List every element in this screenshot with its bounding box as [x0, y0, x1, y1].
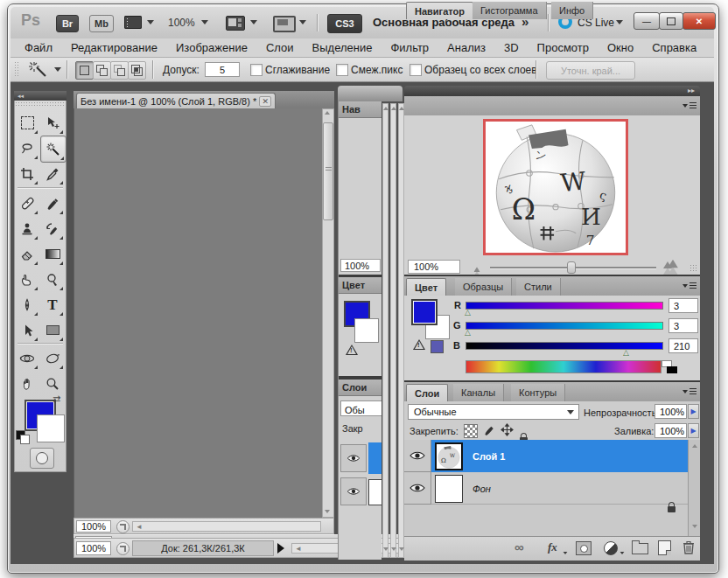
link-layers-icon[interactable]: ∞: [514, 540, 524, 554]
ghost-background-swatch[interactable]: [354, 318, 379, 343]
selection-mode-subtract-button[interactable]: [110, 61, 129, 80]
lasso-tool-icon[interactable]: [15, 136, 39, 161]
navigator-resize-grip[interactable]: [690, 264, 697, 272]
navigator-panel-menu-icon[interactable]: [682, 101, 696, 110]
spectrum-black-swatch[interactable]: [667, 366, 677, 373]
dodge-tool-icon[interactable]: [40, 267, 65, 292]
mini-bridge-button[interactable]: Mb: [89, 15, 114, 32]
fill-spinner[interactable]: ▶: [688, 423, 699, 438]
bridge-button[interactable]: Br: [56, 15, 79, 32]
navigator-zoom-slider-thumb[interactable]: [567, 261, 576, 274]
ghost-gamut-warning-icon[interactable]: [346, 345, 358, 355]
3d-rotate-tool-icon[interactable]: [15, 345, 39, 371]
tab-navigator[interactable]: Навигатор: [406, 2, 473, 19]
eyedropper-tool-icon[interactable]: [40, 161, 65, 186]
tab-swatches[interactable]: Образцы: [455, 278, 512, 296]
tab-styles[interactable]: Стили: [516, 278, 561, 296]
document-tab-close-icon[interactable]: ✕: [259, 96, 271, 107]
tab-color[interactable]: Цвет: [406, 278, 446, 296]
new-group-folder-icon[interactable]: [632, 543, 648, 554]
ghost-blend-dropdown[interactable]: Обы: [340, 400, 382, 416]
pen-tool-icon[interactable]: [15, 292, 39, 317]
ghost-navigator-tab[interactable]: Нав: [342, 104, 360, 115]
zoom-level-control[interactable]: 100%: [168, 17, 195, 29]
menu-help[interactable]: Справка: [652, 41, 696, 54]
add-layer-mask-icon[interactable]: [576, 541, 592, 555]
navigator-zoom-field[interactable]: 100%: [408, 260, 460, 274]
menu-window[interactable]: Окно: [607, 41, 634, 54]
crop-tool-icon[interactable]: [15, 161, 39, 186]
channel-g-thumb[interactable]: △: [465, 328, 471, 337]
layer-1-thumbnail[interactable]: ΩW: [435, 442, 463, 470]
eraser-tool-icon[interactable]: [15, 241, 39, 267]
channel-r-slider[interactable]: [466, 302, 663, 310]
gamut-warning-icon[interactable]: [413, 339, 425, 350]
status-preview-icon[interactable]: [116, 520, 130, 533]
ghost-scroll-strip-1[interactable]: [382, 103, 388, 558]
default-colors-icon-bg[interactable]: [20, 435, 30, 444]
arrange-documents-icon[interactable]: [226, 16, 245, 31]
tab-layers[interactable]: Слои: [406, 384, 448, 401]
refine-edge-button[interactable]: Уточн. край...: [546, 61, 635, 80]
channel-r-thumb[interactable]: △: [465, 308, 471, 317]
menu-select[interactable]: Выделение: [312, 41, 373, 54]
magic-wand-tool-icon[interactable]: [40, 136, 66, 163]
layer-row-2[interactable]: [431, 472, 688, 505]
layer-1-visibility-toggle[interactable]: [404, 440, 431, 472]
magic-wand-preset-icon[interactable]: [26, 60, 49, 79]
color-foreground-swatch[interactable]: [411, 299, 438, 325]
channel-g-slider[interactable]: [466, 322, 663, 330]
minimize-button[interactable]: —: [634, 12, 660, 30]
delete-layer-trash-icon[interactable]: [682, 540, 695, 554]
color-panel-menu-icon[interactable]: [682, 282, 696, 290]
adjustment-layer-icon[interactable]: [604, 541, 618, 555]
title-bar[interactable]: Ps Br Mb 100% CS3 Основная рабочая среда…: [10, 7, 714, 38]
gradient-tool-icon[interactable]: [40, 241, 65, 267]
brush-tool-icon[interactable]: [40, 191, 65, 216]
menu-filter[interactable]: Фильтр: [390, 41, 429, 54]
tab-paths[interactable]: Контуры: [511, 384, 565, 401]
ghost-zoom-field[interactable]: 100%: [340, 259, 381, 272]
scrollbar-up-arrow[interactable]: [325, 111, 330, 115]
status-zoom-field-2[interactable]: 100%: [76, 541, 111, 555]
arrange-documents-caret[interactable]: [250, 20, 257, 24]
new-layer-icon[interactable]: [658, 540, 671, 555]
canvas[interactable]: [74, 108, 322, 518]
layers-panel-menu-icon[interactable]: [682, 387, 696, 396]
selection-mode-new-button[interactable]: [75, 61, 94, 80]
navigator-view-box[interactable]: Ω W И ϗ ς 7 ン: [483, 119, 628, 255]
menu-3d[interactable]: 3D: [504, 41, 519, 54]
lock-transparency-icon[interactable]: [464, 424, 478, 438]
smudge-tool-icon[interactable]: [15, 267, 39, 292]
layer-2-name[interactable]: Фон: [472, 484, 491, 494]
zoom-tool-icon[interactable]: [40, 371, 65, 396]
view-extras-caret[interactable]: [147, 20, 154, 24]
scrollbar-down-arrow[interactable]: [325, 510, 330, 513]
background-color-swatch[interactable]: [37, 414, 65, 442]
tool-preset-caret[interactable]: [54, 67, 61, 72]
quick-mask-button[interactable]: [30, 448, 54, 469]
restore-button[interactable]: [659, 12, 683, 30]
ghost-eye-2[interactable]: [340, 477, 367, 505]
dock-collapse-icon[interactable]: ▸▸: [688, 87, 695, 94]
swap-colors-icon[interactable]: ⇄: [52, 393, 60, 405]
tab-channels[interactable]: Каналы: [453, 384, 504, 401]
antialias-checkbox[interactable]: [250, 64, 262, 76]
hand-tool-icon[interactable]: [15, 371, 39, 396]
fill-value[interactable]: 100%: [654, 423, 687, 438]
dock-topbar[interactable]: ▸▸: [404, 86, 700, 96]
blend-mode-dropdown[interactable]: Обычные: [408, 404, 579, 420]
selection-mode-intersect-button[interactable]: [128, 61, 146, 80]
menu-file[interactable]: Файл: [24, 41, 52, 54]
status-zoom-field[interactable]: 100%: [76, 520, 111, 533]
status-preview-icon-2[interactable]: [116, 542, 130, 555]
ghost-eye-1[interactable]: [340, 444, 367, 472]
channel-r-value[interactable]: 3: [668, 298, 698, 313]
3d-orbit-tool-icon[interactable]: [40, 345, 65, 371]
cs-live-caret[interactable]: [616, 20, 623, 24]
view-extras-icon[interactable]: [124, 16, 142, 29]
screen-mode-icon[interactable]: [273, 16, 296, 32]
layer-row-1[interactable]: [431, 440, 688, 472]
close-button[interactable]: ✕: [682, 12, 716, 30]
channel-g-value[interactable]: 3: [668, 318, 698, 333]
